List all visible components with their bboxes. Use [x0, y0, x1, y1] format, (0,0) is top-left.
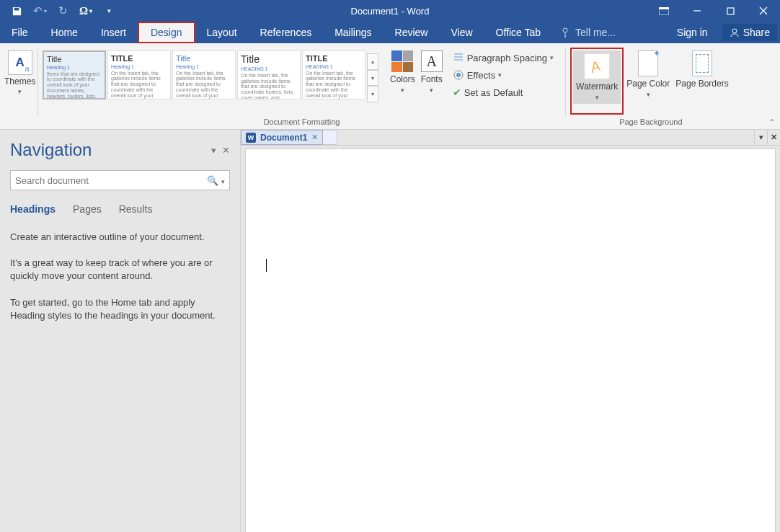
page-color-label: Page Color — [626, 79, 670, 89]
document-tab[interactable]: W Document1 ✕ — [241, 130, 323, 145]
page-borders-label: Page Borders — [675, 79, 728, 89]
svg-rect-1 — [659, 7, 669, 9]
sign-in-link[interactable]: Sign in — [668, 27, 717, 38]
document-tab-label: Document1 — [260, 133, 307, 143]
new-tab-button[interactable] — [323, 130, 337, 145]
titlebar: ↶ ▾ ↻ Ω ▾ ▾ Document1 - Word — [0, 0, 780, 22]
colors-label: Colors — [390, 74, 415, 84]
undo-button[interactable]: ↶ ▾ — [30, 1, 49, 20]
tell-me-search[interactable]: Tell me... — [552, 22, 624, 43]
chevron-down-icon: ▾ — [498, 71, 502, 79]
style-set-item[interactable]: TITLE Heading 1 On the Insert tab, the g… — [107, 50, 171, 99]
collapse-ribbon-button[interactable]: ⌃ — [768, 118, 776, 128]
navpane-body: Create an interactive outline of your do… — [10, 231, 230, 335]
search-input[interactable] — [15, 175, 207, 186]
effects-button[interactable]: Effects ▾ — [448, 66, 558, 84]
effects-icon — [453, 69, 464, 81]
style-set-item[interactable]: Title Heading 1 On the Insert tab, the g… — [172, 50, 236, 99]
minimize-button[interactable] — [681, 0, 714, 22]
style-set-item[interactable]: Title HEADING 1 On the Insert tab, the g… — [237, 50, 301, 99]
tabs-dropdown[interactable]: ▾ — [754, 130, 767, 145]
tab-office-tab[interactable]: Office Tab — [484, 22, 553, 43]
navtab-headings[interactable]: Headings — [10, 203, 56, 215]
themes-label: Themes — [4, 76, 35, 87]
chevron-down-icon: ▾ — [401, 87, 404, 94]
page-borders-icon — [692, 50, 712, 76]
chevron-down-icon: ▾ — [18, 88, 22, 95]
gallery-scroll: ▴ ▾ ▾ — [367, 53, 378, 102]
word-icon: W — [246, 133, 256, 143]
fonts-label: Fonts — [421, 74, 443, 84]
watermark-icon — [584, 53, 610, 79]
close-button[interactable] — [747, 0, 780, 22]
tab-review[interactable]: Review — [384, 22, 440, 43]
symbol-button[interactable]: Ω ▾ — [76, 1, 95, 20]
gallery-expand[interactable]: ▾ — [367, 86, 378, 102]
nav-help-text: It's a great way to keep track of where … — [10, 257, 230, 283]
ribbon-display-options[interactable] — [647, 0, 681, 22]
close-tab-icon[interactable]: ✕ — [311, 133, 318, 142]
qat-customize[interactable]: ▾ — [99, 1, 118, 20]
window-title: Document1 - Word — [351, 6, 430, 17]
share-button[interactable]: Share — [722, 24, 777, 41]
navpane-options[interactable]: ▾ — [211, 145, 216, 156]
tab-insert[interactable]: Insert — [89, 22, 138, 43]
svg-point-14 — [456, 73, 461, 77]
tab-mailings[interactable]: Mailings — [323, 22, 383, 43]
gallery-scroll-down[interactable]: ▾ — [367, 70, 378, 87]
colors-button[interactable]: Colors ▾ — [387, 48, 418, 97]
set-as-default-button[interactable]: ✔ Set as Default — [448, 84, 558, 101]
page-color-icon — [638, 50, 658, 76]
text-cursor — [266, 259, 267, 272]
tab-home[interactable]: Home — [40, 22, 89, 43]
chevron-down-icon: ▾ — [430, 87, 433, 94]
nav-help-text: To get started, go to the Home tab and a… — [10, 296, 230, 322]
nav-help-text: Create an interactive outline of your do… — [10, 231, 230, 244]
themes-button[interactable]: Themes ▾ — [4, 48, 35, 115]
tab-layout[interactable]: Layout — [195, 22, 249, 43]
colors-icon — [391, 50, 413, 72]
window-controls — [647, 0, 780, 22]
navpane-close[interactable]: ✕ — [222, 145, 230, 156]
style-set-gallery[interactable]: Title Heading 1 Items that are designed … — [43, 50, 378, 102]
ribbon-tabs: File Home Insert Design Layout Reference… — [0, 22, 780, 43]
maximize-button[interactable] — [714, 0, 747, 22]
redo-button[interactable]: ↻ — [53, 1, 72, 20]
navpane-tabs: Headings Pages Results — [10, 203, 230, 215]
themes-icon — [8, 50, 32, 75]
fonts-icon: A — [421, 50, 443, 72]
check-icon: ✔ — [453, 87, 461, 98]
search-document-box[interactable]: 🔍 ▾ — [10, 170, 230, 190]
style-set-item[interactable]: Title Heading 1 Items that are designed … — [43, 50, 106, 99]
navtab-results[interactable]: Results — [119, 203, 153, 215]
document-page[interactable] — [245, 148, 776, 532]
style-set-item[interactable]: TITLE HEADING 1 On the Insert tab, the g… — [302, 50, 365, 99]
tab-view[interactable]: View — [439, 22, 484, 43]
tab-references[interactable]: References — [249, 22, 324, 43]
group-label-doc-format: Document Formatting — [38, 116, 565, 129]
paragraph-spacing-button[interactable]: Paragraph Spacing ▾ — [448, 49, 558, 66]
navigation-title: Navigation — [10, 140, 92, 160]
ribbon: Themes ▾ Title Heading 1 Items that are … — [0, 43, 780, 130]
page-color-button[interactable]: Page Color ▾ — [624, 48, 673, 115]
fonts-button[interactable]: A Fonts ▾ — [418, 48, 446, 97]
svg-point-9 — [732, 29, 737, 33]
watermark-button[interactable]: Watermark ▾ — [573, 50, 621, 104]
svg-rect-3 — [727, 8, 734, 14]
document-tabs: W Document1 ✕ ▾ ✕ — [241, 130, 780, 146]
search-icon[interactable]: 🔍 ▾ — [207, 175, 225, 186]
chevron-down-icon: ▾ — [647, 91, 650, 98]
tab-file[interactable]: File — [0, 22, 40, 43]
watermark-label: Watermark — [576, 81, 618, 92]
save-button[interactable] — [7, 1, 26, 20]
svg-point-8 — [564, 36, 566, 37]
workspace: Navigation ▾ ✕ 🔍 ▾ Headings Pages Result… — [0, 130, 780, 532]
quick-access-toolbar: ↶ ▾ ↻ Ω ▾ ▾ — [0, 1, 118, 20]
page-borders-button[interactable]: Page Borders — [673, 48, 731, 115]
gallery-scroll-up[interactable]: ▴ — [367, 53, 378, 70]
navtab-pages[interactable]: Pages — [73, 203, 102, 215]
navigation-pane: Navigation ▾ ✕ 🔍 ▾ Headings Pages Result… — [0, 130, 241, 532]
tabs-close-all[interactable]: ✕ — [767, 130, 780, 145]
tab-design[interactable]: Design — [138, 22, 195, 43]
paragraph-spacing-icon — [453, 52, 464, 63]
